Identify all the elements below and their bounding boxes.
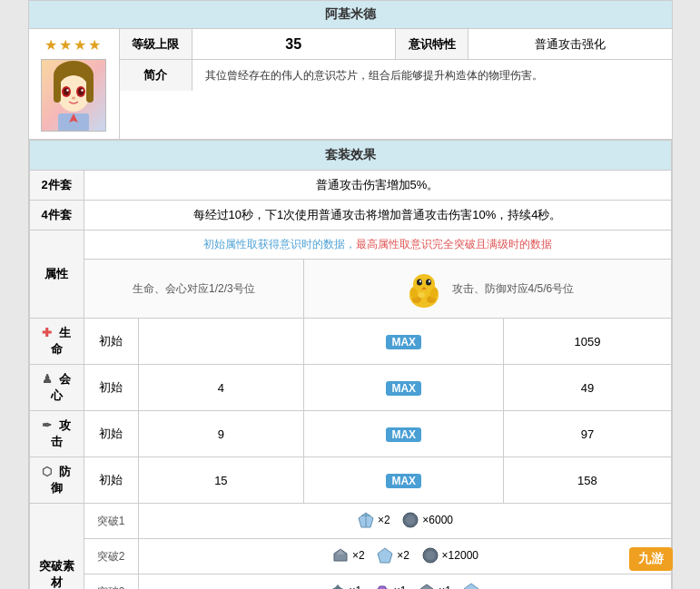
bt1-item1: ×2 [356,510,390,530]
atk-initial-value: 9 [138,411,304,457]
attr-sub2: 攻击、防御对应4/5/6号位 [304,260,671,319]
avatar-column: ★★★★ [29,29,120,139]
breakthrough-label: 突破素材 [29,504,84,590]
def-max-value: 158 [504,457,671,504]
attr-sub-row: 生命、会心对应1/2/3号位 [29,260,671,319]
hp-label: ✚ 生命 [29,319,84,365]
bt2-items: ×2 ×2 ×12000 [138,539,671,574]
set2-row: 2件套 普通攻击伤害增加5%。 [29,171,671,201]
avatar [41,59,106,132]
bt1-label: 突破1 [84,504,138,539]
svg-point-30 [406,515,415,525]
crit-icon: ♟ [42,372,53,386]
bt2-icon3 [420,545,440,565]
hp-max-label: MAX [304,319,504,365]
crit-max-label: MAX [304,365,504,411]
consciousness-value: 普通攻击强化 [468,29,672,59]
hp-icon: ✚ [42,326,52,339]
svg-point-16 [417,280,422,286]
bt2-item3: ×12000 [420,545,478,565]
watermark: 九游 [629,547,673,571]
attr-note-text: 初始属性取获得意识时的数据，最高属性取意识完全突破且满级时的数据 [203,238,552,250]
svg-marker-40 [420,584,433,589]
bt2-icon1 [330,545,350,565]
bt3-item3: ×1 [417,581,451,589]
set2-value: 普通攻击伤害增加5%。 [84,171,671,201]
desc-value: 其位曾经存在的伟人的意识芯片，组合后能够提升构造体的物理伤害。 [192,60,672,91]
level-value: 35 [192,29,397,59]
stars: ★★★★ [44,36,103,54]
bt1-icon1 [356,510,376,530]
bt3-label: 突破3 [84,574,138,590]
bt2-label: 突破2 [84,539,138,574]
level-label: 等级上限 [120,29,192,59]
atk-label: ✒ 攻击 [29,411,84,457]
crit-row: ♟ 会心 初始 4 MAX 49 [29,365,671,411]
bt2-item1: ×2 [330,545,365,565]
def-label: ⬡ 防御 [29,457,84,504]
main-table: 套装效果 2件套 普通攻击伤害增加5%。 4件套 每经过10秒，下1次使用普通攻… [29,140,672,589]
hp-max-value: 1059 [504,319,671,365]
hp-initial-value [138,319,304,365]
bt3-icon4 [461,581,481,589]
attr-sub1: 生命、会心对应1/2/3号位 [84,260,304,319]
bt2-item2: ×2 [375,545,409,565]
bt1-row: 突破素材 突破1 ×2 ×6000 [29,504,671,539]
bt3-items: ×1 ×1 ×1 [138,574,671,590]
svg-marker-41 [464,584,478,589]
crit-max-value: 49 [504,365,671,411]
bt3-item4 [461,581,481,589]
card-title: 阿基米德 [29,1,672,29]
bt2-row: 突破2 ×2 ×2 ×12000 [29,539,671,574]
hp-row: ✚ 生命 初始 MAX 1059 [29,319,671,365]
attr-label: 属性 [29,231,84,319]
crit-label: ♟ 会心 [29,365,84,411]
bt1-items: ×2 ×6000 [138,504,671,539]
set4-value: 每经过10秒，下1次使用普通攻击将增加普通攻击伤害10%，持续4秒。 [84,201,671,231]
set4-label: 4件套 [29,201,84,231]
set4-row: 4件套 每经过10秒，下1次使用普通攻击将增加普通攻击伤害10%，持续4秒。 [29,201,671,231]
svg-point-11 [72,97,75,100]
def-max-label: MAX [304,457,504,504]
def-initial-label: 初始 [84,457,138,504]
bt3-icon2 [372,581,392,589]
def-initial-value: 15 [138,457,304,504]
atk-max-label: MAX [304,411,504,457]
crit-initial-value: 4 [138,365,304,411]
crit-initial-label: 初始 [84,365,138,411]
set-effect-header: 套装效果 [29,141,671,171]
attr-note-row: 属性 初始属性取获得意识时的数据，最高属性取意识完全突破且满级时的数据 [29,231,671,260]
bt3-icon3 [417,581,437,589]
bt1-item2: ×6000 [400,510,453,530]
info-column: 等级上限 35 意识特性 普通攻击强化 简介 其位曾经存在的伟人的意识芯片，组合… [120,29,672,139]
set2-label: 2件套 [29,171,84,201]
svg-point-35 [426,551,435,560]
consciousness-label: 意识特性 [396,29,468,59]
svg-point-23 [418,292,425,298]
bt3-icon1 [328,581,348,589]
svg-rect-4 [86,75,94,103]
bt2-icon2 [375,545,395,565]
svg-point-17 [426,280,431,286]
desc-row: 简介 其位曾经存在的伟人的意识芯片，组合后能够提升构造体的物理伤害。 [120,60,672,91]
svg-point-9 [66,89,68,91]
attr-note: 初始属性取获得意识时的数据，最高属性取意识完全突破且满级时的数据 [84,231,671,260]
svg-rect-3 [54,75,61,103]
svg-point-8 [78,88,84,95]
svg-point-19 [428,280,429,282]
bt1-icon2 [400,510,420,530]
level-row: 等级上限 35 意识特性 普通攻击强化 [120,29,672,60]
svg-point-18 [419,280,420,282]
atk-icon: ✒ [42,418,52,432]
bt3-row: 突破3 ×1 ×1 ×1 [29,574,671,590]
svg-point-10 [81,89,83,91]
bt3-item2: ×1 [372,581,407,589]
def-icon: ⬡ [42,465,52,478]
hp-initial-label: 初始 [84,319,138,365]
svg-point-7 [64,88,69,95]
atk-row: ✒ 攻击 初始 9 MAX 97 [29,411,671,457]
svg-marker-33 [378,548,392,563]
bt3-item1: ×1 [328,581,362,589]
def-row: ⬡ 防御 初始 15 MAX 158 [29,457,671,504]
atk-max-value: 97 [504,411,671,457]
